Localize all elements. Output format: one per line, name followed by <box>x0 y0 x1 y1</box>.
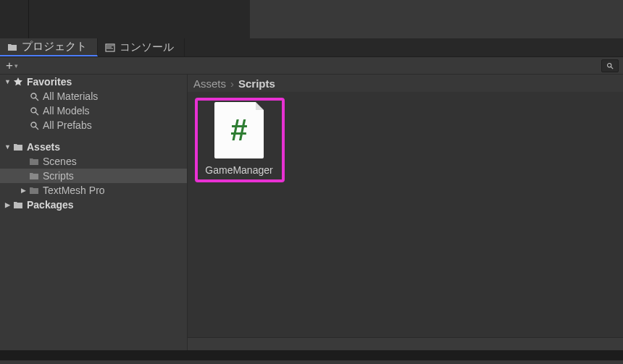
chevron-right-icon: ▶ <box>19 187 28 194</box>
chevron-down-icon: ▾ <box>14 62 18 69</box>
folder-icon <box>28 185 40 196</box>
tree-folder-scenes[interactable]: Scenes <box>0 154 187 169</box>
svg-point-7 <box>30 122 35 127</box>
script-icon: # <box>214 102 264 158</box>
status-bar <box>0 350 623 360</box>
folder-icon <box>12 141 24 153</box>
tree-label: Scripts <box>43 170 74 182</box>
svg-line-4 <box>35 98 38 101</box>
project-tree: ▼ Favorites All Materials All Models <box>0 75 188 350</box>
folder-icon <box>28 156 40 167</box>
tree-label: TextMesh Pro <box>43 185 105 196</box>
tree-label: Scenes <box>43 156 77 167</box>
star-icon <box>12 76 24 88</box>
svg-point-3 <box>30 93 35 98</box>
svg-line-6 <box>35 112 38 115</box>
tree-favorites-item[interactable]: All Materials <box>0 89 187 103</box>
chevron-down-icon: ▼ <box>3 78 12 85</box>
folder-icon <box>7 42 17 52</box>
tree-folder-textmeshpro[interactable]: ▶ TextMesh Pro <box>0 183 187 198</box>
footer-bar <box>188 337 623 350</box>
chevron-down-icon: ▼ <box>3 143 12 151</box>
search-icon <box>28 90 40 102</box>
search-icon <box>606 62 614 69</box>
breadcrumb-current[interactable]: Scripts <box>238 77 275 90</box>
asset-grid[interactable]: # GameManager <box>188 92 623 337</box>
tree-packages[interactable]: ▶ Packages <box>0 198 187 212</box>
tree-label: Assets <box>27 141 60 153</box>
search-button[interactable] <box>601 59 619 72</box>
tree-favorites-item[interactable]: All Models <box>0 103 187 118</box>
search-icon <box>28 105 40 117</box>
tree-label: All Prefabs <box>43 119 92 131</box>
add-button[interactable]: + ▾ <box>6 59 18 73</box>
tab-console-label: コンソール <box>120 41 174 54</box>
hash-icon: # <box>230 113 247 148</box>
svg-line-8 <box>35 127 38 130</box>
tab-project-label: プロジェクト <box>22 40 87 54</box>
svg-point-1 <box>608 63 611 67</box>
chevron-right-icon: ▶ <box>3 201 12 208</box>
asset-gamemanager[interactable]: # GameManager <box>198 102 280 176</box>
tree-folder-scripts[interactable]: Scripts <box>0 169 187 183</box>
tree-label: All Materials <box>43 90 98 102</box>
tree-label: Packages <box>27 199 74 211</box>
tree-label: All Models <box>43 105 90 117</box>
folder-icon <box>28 170 40 182</box>
console-icon <box>105 43 115 53</box>
tree-assets[interactable]: ▼ Assets <box>0 140 187 154</box>
chevron-right-icon: › <box>230 77 234 90</box>
search-icon <box>28 119 40 131</box>
breadcrumb: Assets › Scripts <box>188 75 623 92</box>
svg-line-2 <box>611 67 613 69</box>
breadcrumb-root[interactable]: Assets <box>193 77 226 90</box>
tree-label: Favorites <box>27 76 72 88</box>
tab-console[interactable]: コンソール <box>98 38 185 56</box>
folder-icon <box>12 199 24 211</box>
svg-point-5 <box>30 107 35 112</box>
asset-label: GameManager <box>205 164 272 176</box>
tab-project[interactable]: プロジェクト <box>0 38 98 56</box>
tree-favorites-item[interactable]: All Prefabs <box>0 118 187 132</box>
tree-favorites[interactable]: ▼ Favorites <box>0 75 187 89</box>
plus-icon: + <box>6 59 13 73</box>
